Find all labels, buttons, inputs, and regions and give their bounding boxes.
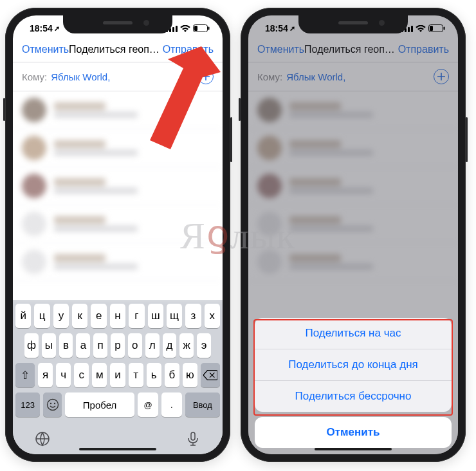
key[interactable]: ф (24, 333, 39, 358)
to-label: Кому: (22, 71, 47, 82)
key[interactable]: р (111, 333, 125, 358)
key[interactable]: б (165, 363, 179, 387)
screen-left: 18:54➚ Отменить Поделиться геопози… Отпр… (13, 15, 223, 454)
avatar (22, 174, 46, 198)
key[interactable]: ж (179, 333, 194, 358)
svg-point-8 (50, 403, 51, 404)
key[interactable]: и (110, 363, 125, 387)
notch (63, 15, 172, 33)
screen-right: 18:54➚ Отменить Поделиться геопози… Отпр… (248, 15, 458, 454)
key[interactable]: ь (147, 363, 161, 387)
svg-rect-3 (176, 26, 178, 32)
location-arrow-icon: ➚ (289, 24, 295, 32)
key[interactable]: к (72, 304, 87, 328)
key[interactable]: з (185, 304, 201, 328)
key[interactable]: н (110, 304, 125, 328)
emoji-icon (46, 398, 59, 411)
key[interactable]: е (91, 304, 106, 328)
notch (298, 15, 408, 33)
phone-mock-left: 18:54➚ Отменить Поделиться геопози… Отпр… (5, 8, 230, 462)
svg-rect-18 (430, 26, 433, 31)
send-button[interactable]: Отправить (163, 44, 214, 55)
contact-row[interactable] (13, 205, 223, 243)
key[interactable]: э (197, 333, 211, 358)
nav-bar: Отменить Поделиться геопози… Отправить (13, 41, 223, 62)
key[interactable]: х (205, 304, 220, 328)
key[interactable]: о (128, 333, 142, 358)
dot-key[interactable]: . (161, 392, 182, 417)
share-indefinitely-button[interactable]: Поделиться бессрочно (255, 380, 452, 412)
avatar (22, 250, 46, 274)
status-time: 18:54➚ (30, 23, 59, 33)
key[interactable]: щ (167, 304, 182, 328)
key[interactable]: д (163, 333, 177, 358)
contact-row[interactable] (13, 129, 223, 167)
backspace-icon (203, 370, 217, 380)
emoji-key[interactable] (43, 392, 62, 417)
avatar (22, 136, 46, 160)
svg-rect-6 (208, 27, 210, 30)
numeric-key[interactable]: 123 (15, 392, 40, 417)
shift-key[interactable]: ⇧ (15, 363, 35, 387)
plus-icon (202, 73, 210, 80)
action-sheet: Поделиться на час Поделиться до конца дн… (255, 318, 452, 448)
key[interactable]: й (15, 304, 31, 328)
key[interactable]: ш (148, 304, 163, 328)
keyboard: й ц у к е н г ш щ з х ф ы в а п (13, 300, 223, 454)
dictation-icon[interactable] (185, 431, 201, 447)
svg-rect-2 (172, 27, 174, 32)
key[interactable]: г (129, 304, 144, 328)
wifi-icon (180, 25, 190, 32)
svg-point-7 (47, 400, 58, 411)
location-arrow-icon: ➚ (54, 24, 60, 32)
svg-point-9 (53, 403, 55, 404)
home-indicator[interactable] (79, 448, 156, 450)
action-sheet-options: Поделиться на час Поделиться до конца дн… (255, 318, 452, 412)
key[interactable]: т (129, 363, 143, 387)
battery-icon (193, 24, 210, 32)
contact-row[interactable] (13, 91, 223, 129)
home-indicator[interactable] (315, 448, 392, 450)
svg-rect-19 (444, 27, 445, 30)
key[interactable]: у (53, 304, 69, 328)
wifi-icon (416, 25, 426, 32)
contact-suggestions (13, 91, 223, 300)
globe-icon[interactable] (35, 431, 50, 447)
key[interactable]: ц (34, 304, 50, 328)
spacebar[interactable]: Пробел (65, 392, 134, 417)
key[interactable]: с (74, 363, 89, 387)
battery-icon (428, 24, 445, 32)
key[interactable]: ы (42, 333, 56, 358)
page-title: Поделиться геопози… (69, 44, 163, 55)
enter-key[interactable]: Ввод (185, 392, 220, 417)
key[interactable]: а (76, 333, 90, 358)
cancel-button[interactable]: Отменить (22, 44, 69, 55)
key[interactable]: я (38, 363, 53, 387)
backspace-key[interactable] (201, 363, 220, 387)
contact-row[interactable] (13, 243, 223, 281)
at-key[interactable]: @ (138, 392, 158, 417)
key[interactable]: л (145, 333, 160, 358)
share-one-hour-button[interactable]: Поделиться на час (255, 318, 452, 349)
recipient-chip[interactable]: Яблык World, (51, 71, 110, 82)
svg-rect-11 (191, 432, 195, 440)
status-time: 18:54➚ (265, 23, 294, 33)
key[interactable]: п (93, 333, 107, 358)
svg-rect-16 (411, 26, 413, 32)
share-until-end-of-day-button[interactable]: Поделиться до конца дня (255, 349, 452, 380)
add-contact-button[interactable] (198, 69, 214, 84)
key[interactable]: м (92, 363, 107, 387)
contact-row[interactable] (13, 167, 223, 205)
svg-rect-5 (194, 26, 197, 31)
svg-rect-15 (408, 27, 410, 32)
key[interactable]: ю (183, 363, 197, 387)
recipient-bar[interactable]: Кому: Яблык World, (13, 62, 223, 91)
key[interactable]: в (59, 333, 73, 358)
avatar (22, 212, 46, 236)
sheet-cancel-button[interactable]: Отменить (255, 417, 452, 448)
phone-mock-right: 18:54➚ Отменить Поделиться геопози… Отпр… (241, 8, 466, 462)
avatar (22, 98, 46, 122)
key[interactable]: ч (56, 363, 71, 387)
